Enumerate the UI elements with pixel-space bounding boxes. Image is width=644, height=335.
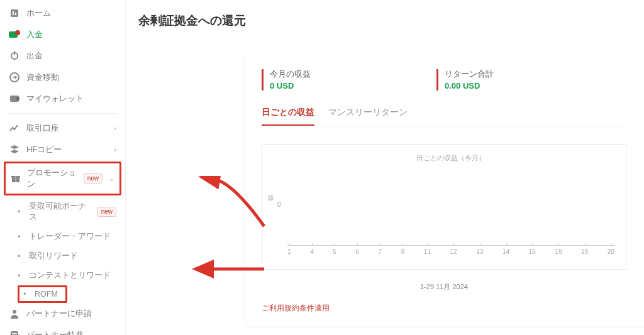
- chart-x-tick: 18: [555, 248, 562, 255]
- chart-x-tick: 14: [502, 248, 509, 255]
- svg-rect-2: [15, 13, 16, 15]
- new-badge: new: [84, 173, 103, 184]
- sub-rofm[interactable]: ROFM: [19, 287, 62, 301]
- chart-x-tick: 20: [608, 248, 614, 255]
- gift-icon: [11, 173, 21, 184]
- sub-label: 受取可能ボーナス: [29, 201, 92, 222]
- stat-value: 0.00 USD: [445, 81, 494, 91]
- sub-reward[interactable]: 取引リワード: [14, 246, 125, 266]
- nav-wallet[interactable]: マイウォレット: [0, 88, 125, 109]
- chart-x-tick: 19: [581, 248, 588, 255]
- chevron-right-icon: ›: [114, 124, 116, 132]
- sub-label: 取引リワード: [29, 251, 78, 261]
- chart-x-caption: 1-29 11月 2024: [262, 282, 626, 292]
- svg-point-12: [13, 310, 16, 314]
- svg-rect-14: [12, 333, 17, 334]
- sub-label: トレーダー・アワード: [29, 231, 111, 242]
- svg-rect-11: [15, 176, 16, 182]
- withdraw-icon: [9, 50, 20, 62]
- nav-accounts[interactable]: 取引口座 ›: [0, 118, 125, 139]
- svg-rect-5: [14, 51, 15, 55]
- chart-x-tick: 11: [424, 248, 431, 255]
- tabs: 日ごとの収益 マンスリーリターン: [262, 107, 626, 126]
- sidebar: ホーム 入金 出金 資金移動 マイウォレット 取引口座 › HFコピー › プロ…: [0, 0, 126, 335]
- stat-value: 0 USD: [270, 81, 311, 91]
- stat-label: 今月の収益: [270, 69, 311, 80]
- chart-icon: [9, 123, 20, 134]
- chart-x-tick: 8: [401, 248, 405, 255]
- sub-award[interactable]: トレーダー・アワード: [14, 227, 125, 246]
- chart-x-tick: 13: [476, 248, 483, 255]
- nav-label: マイウォレット: [26, 93, 84, 104]
- nav-withdraw[interactable]: 出金: [0, 45, 125, 67]
- chart-title: 日ごとの収益（今月）: [287, 153, 614, 163]
- sub-contest[interactable]: コンテストとリワード: [14, 266, 125, 285]
- highlight-rofm: ROFM: [14, 285, 125, 303]
- highlight-promotion: プロモーション new ⌄: [4, 162, 121, 195]
- promotion-submenu: 受取可能ボーナス new トレーダー・アワード 取引リワード コンテストとリワー…: [0, 197, 125, 303]
- page-title: 余剰証拠金への還元: [138, 13, 644, 29]
- nav-deposit[interactable]: 入金: [0, 24, 125, 45]
- user-icon: [9, 308, 20, 319]
- chart-x-tick: 12: [450, 248, 457, 255]
- summary-card: 今月の収益 0 USD リターン合計 0.00 USD 日ごとの収益 マンスリー…: [245, 54, 644, 326]
- chart-x-tick: 1: [287, 248, 291, 255]
- nav-promotion[interactable]: プロモーション new ⌄: [6, 163, 119, 194]
- list-icon: [9, 329, 20, 335]
- chart-x-axis: 1456781112131415181920: [287, 245, 614, 255]
- stats-row: 今月の収益 0 USD リターン合計 0.00 USD: [262, 69, 626, 91]
- nav-partner-benefit[interactable]: パートナー特典: [0, 324, 125, 335]
- layers-icon: [9, 144, 20, 155]
- svg-rect-0: [11, 9, 18, 17]
- svg-rect-8: [16, 97, 19, 100]
- home-icon: [9, 8, 20, 19]
- nav-label: 取引口座: [26, 123, 59, 134]
- new-badge: new: [97, 207, 116, 217]
- chart-x-tick: 15: [529, 248, 536, 255]
- nav-label: 出金: [26, 50, 43, 62]
- chart-x-tick: 4: [310, 248, 314, 255]
- chart-x-tick: 5: [333, 248, 336, 255]
- wallet-icon: [9, 93, 20, 104]
- sub-bonus[interactable]: 受取可能ボーナス new: [14, 197, 125, 227]
- sub-label: ROFM: [35, 290, 58, 299]
- nav-hfcopy[interactable]: HFコピー ›: [0, 139, 125, 160]
- nav-partner-apply[interactable]: パートナーに申請: [0, 303, 125, 324]
- sub-label: コンテストとリワード: [29, 270, 111, 281]
- tab-daily-earnings[interactable]: 日ごとの収益: [262, 107, 314, 126]
- deposit-icon: [9, 29, 20, 40]
- chart-y-tick: 0: [277, 201, 281, 208]
- stat-total-return: リターン合計 0.00 USD: [436, 69, 494, 91]
- svg-rect-1: [13, 11, 14, 15]
- chevron-right-icon: ›: [114, 146, 116, 153]
- tab-monthly-return[interactable]: マンスリーリターン: [328, 107, 408, 126]
- nav-label: HFコピー: [26, 144, 62, 155]
- nav-home[interactable]: ホーム: [0, 3, 125, 24]
- chart-x-tick: 7: [379, 248, 382, 255]
- nav-transfer[interactable]: 資金移動: [0, 67, 125, 88]
- nav-label: 入金: [26, 29, 43, 40]
- terms-link[interactable]: ご利用規約条件適用: [262, 303, 626, 314]
- main-content: 余剰証拠金への還元 今月の収益 0 USD リターン合計 0.00 USD 日ご…: [126, 0, 644, 335]
- nav-label: ホーム: [26, 8, 51, 19]
- svg-point-4: [15, 30, 20, 35]
- earnings-chart: 日ごとの収益（今月） 益 0 1456781112131415181920: [262, 144, 626, 270]
- transfer-icon: [9, 72, 20, 83]
- nav-label: 資金移動: [26, 72, 59, 83]
- divider: [9, 113, 116, 114]
- nav-label: パートナーに申請: [26, 308, 92, 319]
- nav-label: プロモーション: [27, 167, 77, 190]
- chevron-down-icon: ⌄: [109, 175, 114, 183]
- stat-label: リターン合計: [445, 69, 494, 80]
- nav-label: パートナー特典: [26, 329, 84, 335]
- stat-monthly-earnings: 今月の収益 0 USD: [262, 69, 311, 91]
- chart-x-tick: 6: [355, 248, 359, 255]
